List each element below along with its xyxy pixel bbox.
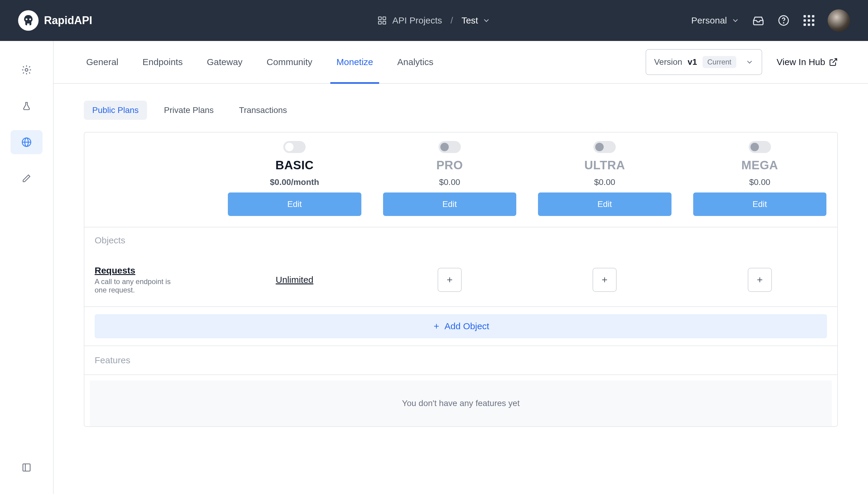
svg-rect-3 xyxy=(383,17,386,20)
breadcrumb: API Projects / Test xyxy=(377,15,491,25)
main: General Endpoints Gateway Community Mone… xyxy=(54,41,868,494)
plan-basic-name: BASIC xyxy=(275,158,314,172)
object-pro-cell xyxy=(372,256,528,304)
topbar-right: Personal xyxy=(691,10,850,32)
breadcrumb-current-label: Test xyxy=(461,15,478,25)
svg-line-12 xyxy=(833,59,837,63)
brand-logo-icon xyxy=(18,10,39,31)
svg-point-7 xyxy=(783,23,784,23)
plus-icon xyxy=(432,322,440,330)
svg-point-1 xyxy=(29,18,31,20)
add-object-label: Add Object xyxy=(445,321,489,331)
sub-nav: Public Plans Private Plans Transactions xyxy=(54,84,868,132)
object-ultra-cell xyxy=(527,256,682,304)
tab-endpoints[interactable]: Endpoints xyxy=(140,41,185,83)
breadcrumb-current[interactable]: Test xyxy=(461,15,491,25)
object-label: Requests A call to any endpoint is one r… xyxy=(85,253,217,306)
plan-basic-price: $0.00/month xyxy=(270,177,319,187)
tab-gateway[interactable]: Gateway xyxy=(204,41,245,83)
tab-analytics[interactable]: Analytics xyxy=(395,41,436,83)
view-in-hub-label: View In Hub xyxy=(777,57,825,67)
plan-mega-toggle[interactable] xyxy=(749,141,771,153)
version-selector[interactable]: Version v1 Current xyxy=(646,49,762,75)
chevron-down-icon xyxy=(745,58,754,66)
plan-mega-edit-button[interactable]: Edit xyxy=(693,192,827,216)
external-link-icon xyxy=(829,58,838,66)
plan-ultra-name: ULTRA xyxy=(585,158,625,172)
features-empty-state: You don't have any features yet xyxy=(90,380,832,426)
plan-ultra-edit-button[interactable]: Edit xyxy=(538,192,671,216)
rail-collapse-icon[interactable] xyxy=(11,455,42,479)
brand-logo[interactable]: RapidAPI xyxy=(18,10,92,31)
plan-basic-toggle[interactable] xyxy=(283,141,306,153)
version-label: Version xyxy=(654,57,682,67)
object-title[interactable]: Requests xyxy=(95,265,207,276)
plan-basic-edit-button[interactable]: Edit xyxy=(228,192,362,216)
subtab-transactions[interactable]: Transactions xyxy=(230,101,295,120)
svg-rect-4 xyxy=(378,21,381,24)
plan-pro-edit-button[interactable]: Edit xyxy=(383,192,517,216)
plan-ultra-price: $0.00 xyxy=(594,177,615,187)
tab-community[interactable]: Community xyxy=(264,41,315,83)
plan-mega: MEGA $0.00 Edit xyxy=(682,133,837,227)
add-object-button[interactable]: Add Object xyxy=(95,314,827,338)
plan-ultra-toggle[interactable] xyxy=(593,141,616,153)
brand-name: RapidAPI xyxy=(44,14,92,27)
workspace-selector[interactable]: Personal xyxy=(691,15,740,25)
version-name: v1 xyxy=(688,57,697,67)
plan-pro-name: PRO xyxy=(437,158,463,172)
topbar: RapidAPI API Projects / Test Personal xyxy=(0,0,868,41)
help-icon[interactable] xyxy=(777,14,790,27)
nav-tabs: General Endpoints Gateway Community Mone… xyxy=(84,41,436,83)
plan-pro: PRO $0.00 Edit xyxy=(372,133,528,227)
rail-globe-icon[interactable] xyxy=(11,130,42,154)
avatar[interactable] xyxy=(828,10,850,32)
objects-section-label: Objects xyxy=(85,227,837,253)
plan-basic: BASIC $0.00/month Edit xyxy=(217,133,372,227)
inbox-icon[interactable] xyxy=(752,14,765,27)
svg-rect-2 xyxy=(378,17,381,20)
chevron-down-icon xyxy=(731,16,740,25)
plan-ultra: ULTRA $0.00 Edit xyxy=(527,133,682,227)
svg-point-8 xyxy=(25,69,28,71)
subtab-public-plans[interactable]: Public Plans xyxy=(84,101,147,120)
svg-point-0 xyxy=(25,18,27,20)
plan-mega-price: $0.00 xyxy=(749,177,770,187)
object-row-requests: Requests A call to any endpoint is one r… xyxy=(85,253,837,307)
rail-edit-icon[interactable] xyxy=(11,166,42,190)
object-pro-add-button[interactable] xyxy=(438,268,462,292)
object-basic-cell: Unlimited xyxy=(217,263,372,297)
breadcrumb-root[interactable]: API Projects xyxy=(377,15,442,25)
apps-icon[interactable] xyxy=(802,14,816,27)
view-in-hub-link[interactable]: View In Hub xyxy=(777,57,838,67)
left-rail xyxy=(0,41,54,494)
subtab-private-plans[interactable]: Private Plans xyxy=(155,101,222,120)
object-mega-cell xyxy=(682,256,837,304)
add-object-row: Add Object xyxy=(85,307,837,346)
version-badge: Current xyxy=(703,56,736,68)
svg-rect-5 xyxy=(383,21,386,24)
object-mega-add-button[interactable] xyxy=(748,268,772,292)
plans-card: BASIC $0.00/month Edit PRO $0.00 Edit UL… xyxy=(84,132,838,427)
grid-icon xyxy=(377,16,387,25)
tab-monetize[interactable]: Monetize xyxy=(334,41,375,83)
object-description: A call to any endpoint is one request. xyxy=(95,278,173,294)
rail-flask-icon[interactable] xyxy=(11,94,42,118)
secondary-nav: General Endpoints Gateway Community Mone… xyxy=(54,41,868,84)
breadcrumb-root-label: API Projects xyxy=(392,15,442,25)
workspace-label: Personal xyxy=(691,15,727,25)
svg-rect-11 xyxy=(23,464,30,471)
tab-general[interactable]: General xyxy=(84,41,121,83)
plan-pro-price: $0.00 xyxy=(439,177,460,187)
object-ultra-add-button[interactable] xyxy=(593,268,617,292)
plan-mega-name: MEGA xyxy=(741,158,778,172)
chevron-down-icon xyxy=(482,16,491,25)
object-basic-value[interactable]: Unlimited xyxy=(276,275,313,285)
plan-pro-toggle[interactable] xyxy=(439,141,461,153)
features-section-label: Features xyxy=(85,346,837,375)
rail-settings-icon[interactable] xyxy=(11,58,42,82)
breadcrumb-separator: / xyxy=(450,15,453,25)
plan-headers: BASIC $0.00/month Edit PRO $0.00 Edit UL… xyxy=(85,133,837,227)
